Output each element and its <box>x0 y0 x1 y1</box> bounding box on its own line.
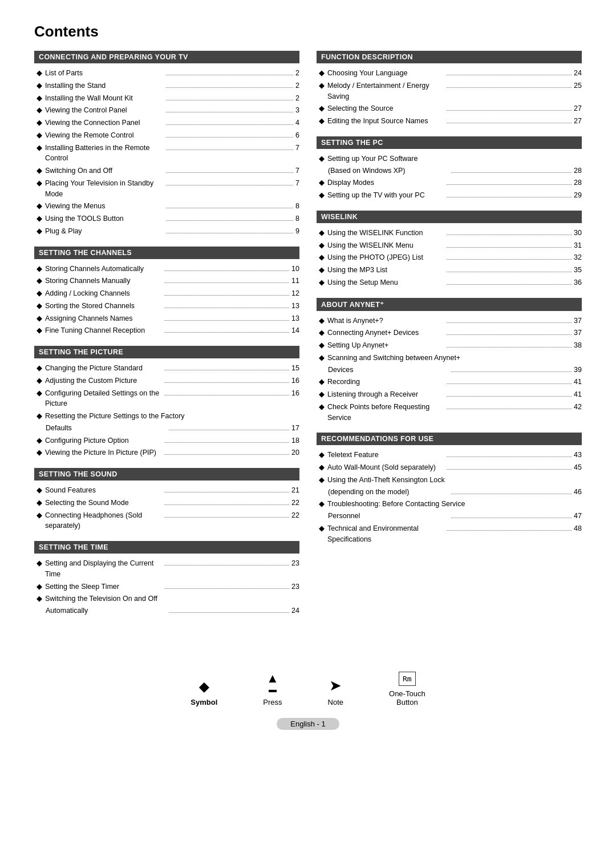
toc-item-label: Setting the Sleep Timer <box>45 582 119 592</box>
toc-item-label: Setting up the TV with your PC <box>327 190 425 201</box>
toc-item-label: Using the WISELINK Menu <box>327 240 414 251</box>
toc-dots <box>447 197 572 197</box>
symbol-label: Symbol <box>191 698 217 706</box>
toc-item-label: Viewing the Picture In Picture (PIP) <box>45 447 156 458</box>
toc-dots <box>164 332 290 333</box>
toc-dots <box>447 530 572 531</box>
toc-page-num: 16 <box>291 375 299 386</box>
bullet-icon: ◆ <box>37 177 42 189</box>
toc-item: ◆Troubleshooting: Before Contacting Serv… <box>317 498 582 510</box>
bullet-icon: ◆ <box>37 92 42 104</box>
toc-dots <box>164 370 290 370</box>
toc-item-label: Setting and Displaying the Current Time <box>45 558 162 580</box>
toc-dots <box>447 409 572 409</box>
bullet-icon: ◆ <box>37 225 42 237</box>
toc-dots <box>166 87 293 88</box>
toc-item: ◆Selecting the Source27 <box>317 102 582 115</box>
contents-layout: CONNECTING AND PREPARING YOUR TV◆List of… <box>34 51 582 626</box>
toc-page-num: 15 <box>291 363 299 374</box>
toc-item-label: Choosing Your Language <box>327 68 407 79</box>
bullet-icon: ◆ <box>319 227 325 239</box>
toc-item-label: Display Modes <box>327 177 374 188</box>
bullet-icon: ◆ <box>37 510 42 521</box>
toc-item-label: Personnel <box>328 511 360 522</box>
toc-item: ◆Choosing Your Language24 <box>317 67 582 79</box>
toc-item: ◆Display Modes28 <box>317 176 582 189</box>
bullet-icon: ◆ <box>319 523 325 534</box>
toc-item-label: Editing the Input Source Names <box>327 116 428 127</box>
toc-item-label: Devices <box>328 365 353 375</box>
toc-item: ◆Switching the Television On and Off <box>34 592 299 605</box>
toc-item-label: Check Points before Requesting Service <box>327 402 444 423</box>
toc-section: SETTING THE CHANNELS◆Storing Channels Au… <box>34 247 299 337</box>
toc-item-label: Configuring Picture Option <box>45 435 129 446</box>
toc-dots <box>451 518 572 518</box>
toc-item-label: Selecting the Source <box>327 103 393 114</box>
toc-item-label: Selecting the Sound Mode <box>45 498 129 508</box>
toc-item-label: Troubleshooting: Before Contacting Servi… <box>327 499 465 510</box>
toc-dots <box>166 100 293 100</box>
bullet-icon: ◆ <box>37 165 42 176</box>
toc-item-label: Installing the Wall Mount Kit <box>45 93 133 104</box>
toc-dots <box>447 457 572 457</box>
toc-item-label: Recording <box>327 377 360 387</box>
toc-dots <box>447 334 572 335</box>
toc-page-num: 20 <box>291 447 299 458</box>
toc-item: ◆Editing the Input Source Names27 <box>317 115 582 127</box>
toc-dots <box>447 322 572 323</box>
toc-dots <box>166 75 293 75</box>
footer-symbol: ◆ Symbol <box>191 680 217 706</box>
toc-item-label: Assigning Channels Names <box>45 313 133 324</box>
toc-item-label: Listening through a Receiver <box>327 389 418 400</box>
toc-item: ◆Setting Up Anynet+38 <box>317 339 582 352</box>
toc-page-num: 23 <box>291 558 299 569</box>
bullet-icon: ◆ <box>319 340 325 351</box>
toc-page-num: 2 <box>295 93 299 104</box>
bullet-icon: ◆ <box>319 177 325 188</box>
arrow-right-icon: ➤ <box>329 677 342 694</box>
toc-item: ◆Installing the Stand2 <box>34 79 299 92</box>
toc-item: ◆Adding / Locking Channels12 <box>34 287 299 300</box>
toc-item-label: Viewing the Menus <box>45 201 105 212</box>
section-header: CONNECTING AND PREPARING YOUR TV <box>34 51 299 63</box>
bullet-icon: ◆ <box>37 484 42 496</box>
toc-page-num: 16 <box>291 388 299 399</box>
toc-dots <box>164 282 290 283</box>
toc-page-num: 2 <box>295 68 299 79</box>
bullet-icon: ◆ <box>319 474 325 486</box>
toc-item-label: Resetting the Picture Settings to the Fa… <box>45 411 185 422</box>
toc-dots <box>451 371 572 372</box>
toc-item: ◆Storing Channels Manually11 <box>34 274 299 287</box>
bullet-icon: ◆ <box>319 327 325 338</box>
toc-dots <box>164 588 290 589</box>
toc-page-num: 48 <box>574 523 582 534</box>
toc-section: CONNECTING AND PREPARING YOUR TV◆List of… <box>34 51 299 237</box>
toc-dots <box>447 383 572 384</box>
toc-dots <box>164 295 290 296</box>
section-header: SETTING THE CHANNELS <box>34 247 299 259</box>
toc-dots <box>166 137 293 138</box>
toc-dots <box>164 382 290 383</box>
toc-dots <box>447 347 572 348</box>
toc-page-num: 13 <box>291 313 299 324</box>
toc-item-label: Using the PHOTO (JPEG) List <box>327 252 423 263</box>
toc-item: Devices39 <box>317 364 582 376</box>
bullet-icon: ◆ <box>37 117 42 128</box>
toc-page-num: 27 <box>574 116 582 127</box>
toc-item: ◆Using the MP3 List35 <box>317 264 582 276</box>
toc-page-num: 31 <box>574 240 582 251</box>
toc-item: Automatically24 <box>34 605 299 617</box>
toc-page-num: 39 <box>574 365 582 375</box>
toc-item: ◆Fine Tuning Channel Reception14 <box>34 324 299 337</box>
toc-page-num: 24 <box>291 605 299 616</box>
bullet-icon: ◆ <box>37 593 42 604</box>
page-title: Contents <box>34 23 582 41</box>
toc-item-label: Teletext Feature <box>327 450 379 461</box>
toc-page-num: 21 <box>291 485 299 496</box>
section-header: RECOMMENDATIONS FOR USE <box>317 433 582 445</box>
toc-item: Defaults17 <box>34 422 299 434</box>
toc-dots <box>447 87 572 88</box>
toc-item: ◆Setting the Sleep Timer23 <box>34 580 299 593</box>
toc-page-num: 10 <box>291 264 299 274</box>
toc-item-label: Connecting Headphones (Sold separately) <box>45 510 162 532</box>
